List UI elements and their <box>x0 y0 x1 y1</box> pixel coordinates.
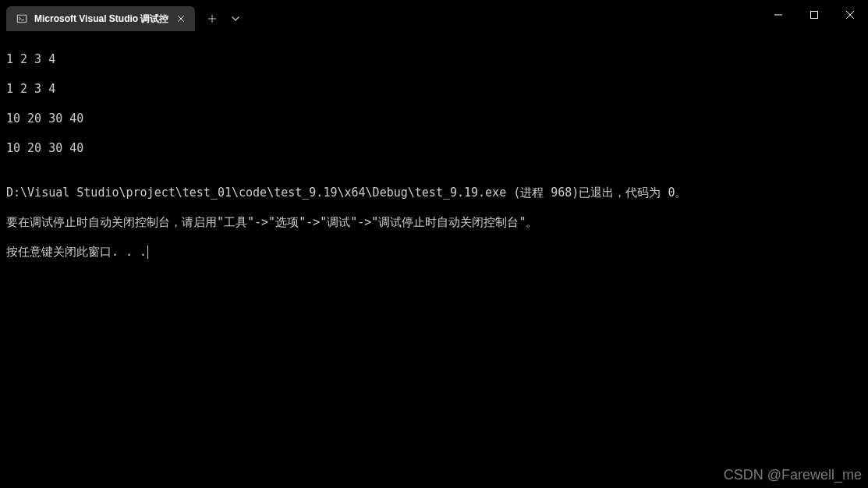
svg-rect-0 <box>17 15 26 23</box>
output-line: 10 20 30 40 <box>6 141 862 156</box>
output-line: 1 2 3 4 <box>6 52 862 67</box>
output-line: 10 20 30 40 <box>6 111 862 126</box>
terminal-icon <box>16 12 28 25</box>
maximize-button[interactable] <box>796 0 832 30</box>
text-cursor <box>147 246 148 259</box>
output-line: D:\Visual Studio\project\test_01\code\te… <box>6 186 862 200</box>
tab-close-button[interactable] <box>175 12 187 25</box>
active-tab[interactable]: Microsoft Visual Studio 调试控 <box>6 6 195 31</box>
watermark: CSDN @Farewell_me <box>724 467 862 483</box>
window-controls <box>760 0 868 30</box>
minimize-button[interactable] <box>760 0 796 30</box>
tab-dropdown-button[interactable] <box>225 6 246 31</box>
tab-area: Microsoft Visual Studio 调试控 <box>0 0 246 31</box>
tab-title: Microsoft Visual Studio 调试控 <box>34 12 168 26</box>
titlebar: Microsoft Visual Studio 调试控 <box>0 0 868 31</box>
new-tab-button[interactable] <box>200 6 225 31</box>
output-line: 要在调试停止时自动关闭控制台，请启用"工具"->"选项"->"调试"->"调试停… <box>6 215 862 230</box>
terminal-output[interactable]: 1 2 3 4 1 2 3 4 10 20 30 40 10 20 30 40 … <box>0 31 868 281</box>
svg-rect-7 <box>811 12 818 19</box>
output-line: 按任意键关闭此窗口. . . <box>6 245 862 260</box>
close-window-button[interactable] <box>832 0 868 30</box>
output-line: 1 2 3 4 <box>6 82 862 97</box>
